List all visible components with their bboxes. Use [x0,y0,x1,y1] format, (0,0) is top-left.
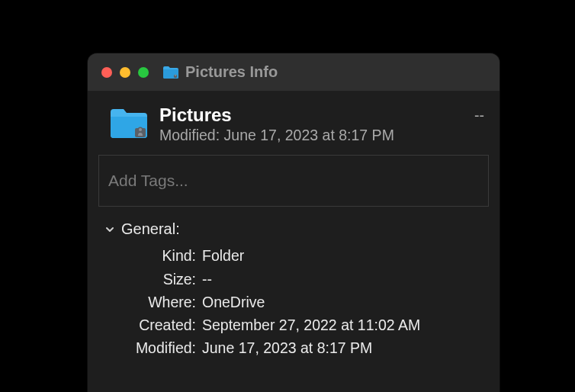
svg-point-4 [139,128,142,131]
item-modified: Modified: June 17, 2023 at 8:17 PM [159,127,464,144]
zoom-button[interactable] [138,67,149,78]
svg-point-1 [175,74,176,76]
detail-value: June 17, 2023 at 8:17 PM [202,336,372,359]
general-section-header[interactable]: General: [98,217,489,241]
close-button[interactable] [101,67,112,78]
detail-row-size: Size: -- [98,268,489,291]
window-title: Pictures Info [185,63,278,81]
content-area: Pictures Modified: June 17, 2023 at 8:17… [88,92,500,359]
window-controls [101,67,149,78]
detail-label: Where: [98,291,202,313]
titlebar[interactable]: Pictures Info [88,53,500,92]
item-header: Pictures Modified: June 17, 2023 at 8:17… [98,105,489,155]
detail-row-modified: Modified: June 17, 2023 at 8:17 PM [98,336,489,359]
item-size: -- [474,107,484,124]
item-name: Pictures [159,105,464,125]
title-section: Pictures Info [162,63,278,81]
header-info: Pictures Modified: June 17, 2023 at 8:17… [159,105,464,144]
chevron-down-icon [104,224,115,235]
detail-row-created: Created: September 27, 2022 at 11:02 AM [98,313,489,336]
general-title: General: [121,220,180,238]
folder-icon [162,66,179,79]
folder-icon [109,107,149,140]
detail-row-kind: Kind: Folder [98,244,489,267]
tags-input[interactable] [98,155,489,207]
detail-value: -- [202,268,212,291]
detail-label: Modified: [98,336,202,359]
modified-value: June 17, 2023 at 8:17 PM [224,127,394,143]
modified-label: Modified: [159,127,220,143]
detail-value: Folder [202,244,244,267]
general-details: Kind: Folder Size: -- Where: OneDrive Cr… [98,241,489,359]
detail-value: OneDrive [202,291,265,313]
info-window: Pictures Info Pictures Modified: [88,53,500,392]
minimize-button[interactable] [120,67,130,78]
detail-value: September 27, 2022 at 11:02 AM [202,313,420,336]
detail-label: Size: [98,268,202,291]
detail-label: Created: [98,313,202,336]
detail-row-where: Where: OneDrive [98,291,489,313]
detail-label: Kind: [98,244,202,267]
